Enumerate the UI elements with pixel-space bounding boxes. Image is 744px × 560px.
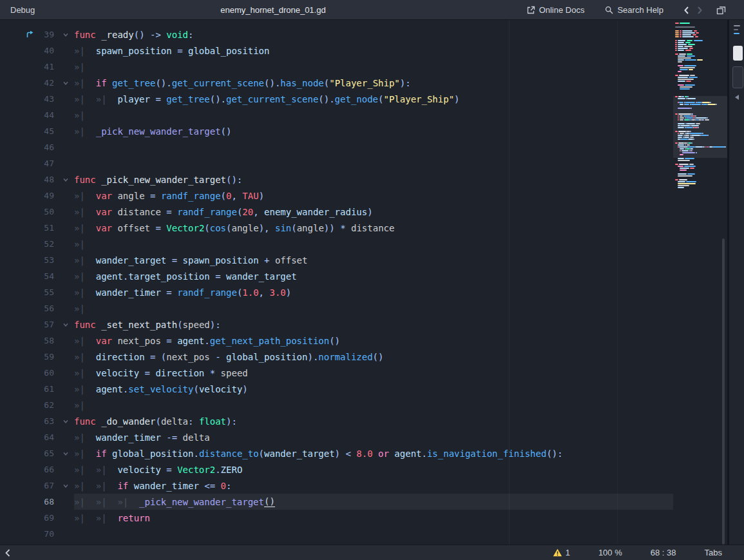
code-line-text[interactable]: »|var offset = Vector2(cos(angle), sin(a…	[74, 220, 727, 236]
line-number[interactable]: 49	[0, 191, 57, 200]
online-docs-button[interactable]: Online Docs	[523, 3, 589, 17]
scrollbar-thumb[interactable]	[722, 238, 725, 545]
line-number[interactable]: 44	[0, 110, 57, 120]
line-number[interactable]: 52	[0, 239, 57, 249]
token: agent	[177, 336, 204, 346]
code-line-text[interactable]: func _pick_new_wander_target():	[74, 171, 727, 188]
tab-marker: »|	[74, 94, 96, 104]
line-number[interactable]: 55	[0, 287, 57, 297]
code-line-text[interactable]: »|wander_timer -= delta	[74, 429, 727, 445]
code-row: 68»|»|»|_pick_new_wander_target()	[0, 494, 727, 510]
line-number[interactable]: 53	[0, 255, 57, 265]
code-line-text[interactable]: »|velocity = direction * speed	[74, 365, 727, 381]
code-line-text[interactable]: »|if get_tree().get_current_scene().has_…	[74, 75, 727, 91]
line-number[interactable]: 70	[0, 529, 57, 539]
code-line-text[interactable]: »|»|»|_pick_new_wander_target()	[74, 494, 727, 510]
line-number[interactable]: 41	[0, 62, 57, 72]
token: 8.0	[356, 449, 372, 459]
debug-menu-button[interactable]: Debug	[5, 3, 40, 17]
code-line-text[interactable]: func _set_next_path(speed):	[74, 316, 727, 333]
line-number[interactable]: 47	[0, 159, 57, 168]
fold-toggle[interactable]	[57, 483, 74, 489]
fold-arrow-icon	[62, 322, 69, 328]
fold-toggle[interactable]	[57, 322, 74, 328]
code-line-text[interactable]: »|direction = (next_pos - global_positio…	[74, 349, 727, 365]
line-number[interactable]: 58	[0, 336, 57, 345]
line-number[interactable]: 51	[0, 223, 57, 233]
history-back-button[interactable]	[683, 6, 690, 15]
code-line-text[interactable]: »|»|return	[74, 510, 727, 526]
dock-collapse-arrow[interactable]	[735, 95, 739, 100]
code-line-text[interactable]: func _do_wander(delta: float):	[74, 413, 727, 429]
zoom-level[interactable]: 100 %	[598, 548, 622, 557]
tab-marker: »|	[74, 126, 96, 137]
fold-toggle[interactable]	[57, 450, 74, 457]
code-line-text[interactable]: »|»|player = get_tree().get_current_scen…	[74, 91, 727, 107]
line-number[interactable]: 68	[0, 497, 57, 507]
warning-indicator[interactable]: 1	[553, 548, 570, 557]
fold-toggle[interactable]	[57, 177, 74, 183]
code-line-text[interactable]: »|wander_target = spawn_position + offse…	[74, 252, 727, 268]
token: agent	[96, 384, 123, 394]
code-row: 56»|	[0, 300, 727, 316]
fold-toggle[interactable]	[57, 418, 74, 425]
line-number[interactable]: 42	[0, 78, 57, 88]
code-line-text[interactable]: »|wander_timer = randf_range(1.0, 3.0)	[74, 284, 727, 300]
token: "Player_Ship"	[383, 94, 454, 104]
collapse-panel-button[interactable]	[4, 548, 12, 557]
minimap[interactable]	[673, 20, 727, 545]
code-line-text[interactable]: »|»|if wander_timer <= 0:	[74, 478, 727, 494]
code-line-text[interactable]: »|agent.set_velocity(velocity)	[74, 381, 727, 397]
code-line-text[interactable]: »|	[74, 300, 727, 316]
line-number[interactable]: 65	[0, 449, 57, 458]
line-number[interactable]: 45	[0, 126, 57, 136]
line-number[interactable]: 59	[0, 352, 57, 362]
code-line-text[interactable]	[74, 526, 727, 542]
line-number[interactable]: 50	[0, 207, 57, 217]
token: -=	[161, 432, 183, 443]
line-number[interactable]: 67	[0, 481, 57, 490]
fold-toggle[interactable]	[57, 32, 74, 38]
line-number[interactable]: 69	[0, 513, 57, 523]
line-number[interactable]: 46	[0, 142, 57, 152]
line-number[interactable]: 61	[0, 384, 57, 394]
code-line-text[interactable]: »|agent.target_position = wander_target	[74, 268, 727, 284]
dock-tab-active[interactable]	[733, 46, 743, 61]
code-line-text[interactable]: func _ready() -> void:	[74, 26, 727, 43]
code-line-text[interactable]: »|»|velocity = Vector2.ZERO	[74, 461, 727, 478]
code-line-text[interactable]	[74, 155, 727, 171]
line-number[interactable]: 64	[0, 432, 57, 442]
line-number[interactable]: 56	[0, 304, 57, 313]
line-number[interactable]: 48	[0, 175, 57, 184]
code-line-text[interactable]: »|if global_position.distance_to(wander_…	[74, 445, 727, 461]
code-line-text[interactable]: »|	[74, 236, 727, 252]
token: (	[204, 223, 209, 233]
line-number[interactable]: 60	[0, 368, 57, 378]
code-line-text[interactable]: »|	[74, 397, 727, 413]
code-line-text[interactable]: »|	[74, 59, 727, 75]
line-number[interactable]: 62	[0, 400, 57, 410]
code-line-text[interactable]: »|_pick_new_wander_target()	[74, 123, 727, 139]
code-line-text[interactable]: »|spawn_position = global_position	[74, 43, 727, 59]
code-line-text[interactable]: »|	[74, 107, 727, 123]
line-number[interactable]: 54	[0, 271, 57, 281]
code-line-text[interactable]	[74, 139, 727, 155]
code-line-text[interactable]: »|var distance = randf_range(20, enemy_w…	[74, 204, 727, 220]
line-number[interactable]: 40	[0, 46, 57, 55]
token: velocity	[117, 465, 160, 475]
chevron-right-icon	[696, 6, 703, 15]
search-help-button[interactable]: Search Help	[601, 3, 667, 17]
line-number[interactable]: 43	[0, 94, 57, 104]
code-line-text[interactable]: »|var angle = randf_range(0, TAU)	[74, 188, 727, 204]
fold-toggle[interactable]	[57, 80, 74, 86]
line-number[interactable]: 63	[0, 416, 57, 426]
code-line-text[interactable]: »|var next_pos = agent.get_next_path_pos…	[74, 333, 727, 349]
code-row: 63func _do_wander(delta: float):	[0, 413, 727, 429]
line-number[interactable]: 57	[0, 320, 57, 329]
history-forward-button[interactable]	[696, 6, 703, 15]
float-window-button[interactable]	[716, 6, 726, 15]
token: distance	[351, 223, 394, 233]
tab-marker: »|	[74, 207, 96, 217]
line-number[interactable]: 66	[0, 465, 57, 474]
dock-tab[interactable]	[732, 66, 743, 88]
